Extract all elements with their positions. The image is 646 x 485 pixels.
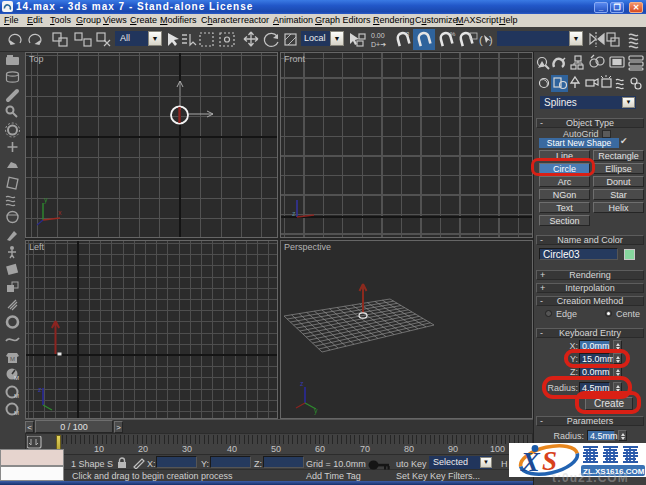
svg-text:y: y: [314, 407, 318, 415]
svg-text:X: X: [520, 446, 541, 477]
svg-text:z: z: [38, 386, 42, 393]
svg-text:x: x: [58, 209, 62, 216]
svg-text:y: y: [44, 196, 48, 204]
svg-text:z: z: [300, 380, 304, 387]
svg-text:z: z: [292, 210, 296, 217]
